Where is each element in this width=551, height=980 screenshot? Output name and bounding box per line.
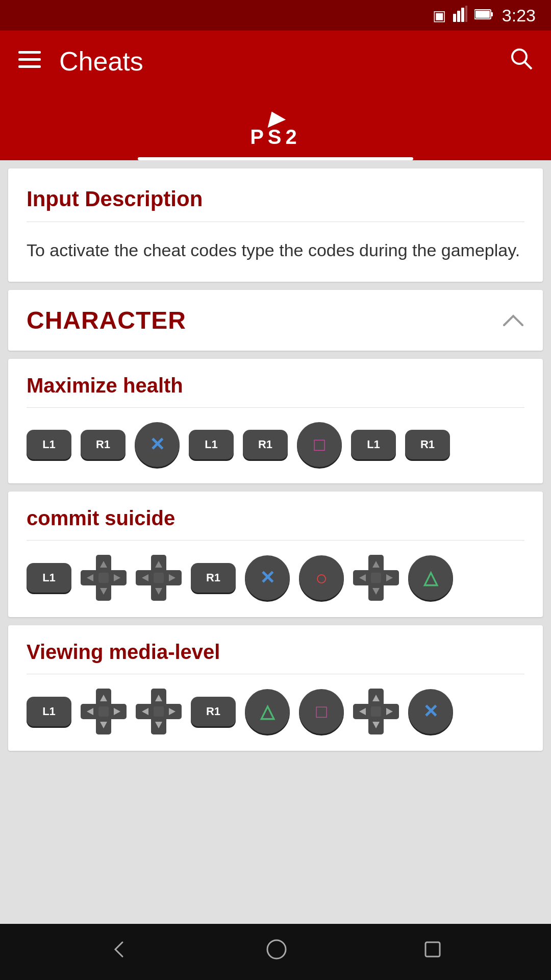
svg-rect-5 — [491, 12, 493, 16]
status-icons: ▣ — [433, 6, 493, 26]
ps2-logo: ▶ PS2 — [235, 102, 316, 157]
menu-button[interactable] — [18, 51, 41, 72]
vm-button-dpad2 — [136, 689, 182, 734]
svg-rect-37 — [98, 706, 109, 717]
cs-button-dpad2 — [136, 555, 182, 601]
button-l1-3: L1 — [351, 430, 396, 459]
chevron-up-icon — [502, 309, 524, 332]
button-r1: R1 — [81, 430, 126, 459]
cs-button-dpad3 — [353, 555, 399, 601]
vm-button-square: □ — [299, 689, 344, 734]
button-square: □ — [297, 422, 342, 467]
svg-rect-2 — [461, 8, 464, 22]
signal-icon — [453, 6, 467, 26]
cheat-commit-suicide: commit suicide L1 — [8, 492, 543, 617]
app-bar: Cheats — [0, 31, 551, 92]
status-time: 3:23 — [502, 6, 536, 26]
character-section-header[interactable]: CHARACTER — [8, 290, 543, 351]
svg-rect-30 — [371, 573, 381, 583]
character-section-title: CHARACTER — [27, 306, 502, 334]
cs-button-triangle: △ — [408, 555, 453, 600]
svg-rect-57 — [425, 942, 440, 957]
svg-point-10 — [512, 50, 527, 64]
svg-rect-51 — [371, 706, 381, 717]
cheat-viewing-media-title: Viewing media-level — [8, 625, 543, 674]
svg-rect-3 — [465, 6, 467, 22]
button-l1: L1 — [27, 430, 71, 459]
vm-button-dpad3 — [353, 689, 399, 734]
vibrate-icon: ▣ — [433, 7, 446, 24]
button-l1-2: L1 — [189, 430, 234, 459]
input-description-title: Input Description — [8, 168, 543, 222]
nav-bar — [0, 924, 551, 980]
cheat-commit-suicide-buttons: L1 — [8, 541, 543, 617]
button-r1-2: R1 — [243, 430, 288, 459]
svg-rect-6 — [475, 11, 490, 18]
svg-rect-23 — [154, 573, 164, 583]
nav-home-button[interactable] — [265, 938, 288, 966]
cheat-commit-suicide-title: commit suicide — [8, 492, 543, 540]
cheat-maximize-health-title: Maximize health — [8, 359, 543, 407]
page-title: Cheats — [59, 46, 510, 77]
status-bar: ▣ 3:23 — [0, 0, 551, 31]
svg-rect-16 — [98, 573, 109, 583]
vm-button-l1: L1 — [27, 697, 71, 726]
cs-button-dpad1 — [81, 555, 127, 601]
content-area: Input Description To activate the cheat … — [0, 160, 551, 924]
svg-rect-7 — [18, 51, 41, 54]
vm-button-x: ✕ — [408, 689, 453, 734]
cheat-maximize-health: Maximize health L1 R1 ✕ L1 R1 □ L1 R1 — [8, 359, 543, 483]
vm-button-r1: R1 — [191, 697, 236, 726]
cheat-maximize-health-buttons: L1 R1 ✕ L1 R1 □ L1 R1 — [8, 408, 543, 483]
ps-logo-svg: ▶ PS2 — [235, 102, 316, 148]
nav-recents-button[interactable] — [422, 939, 443, 965]
logo-area: ▶ PS2 — [0, 92, 551, 160]
svg-point-56 — [267, 940, 286, 959]
vm-button-triangle: △ — [245, 689, 290, 734]
battery-icon — [474, 7, 493, 23]
svg-rect-44 — [154, 706, 164, 717]
cs-button-r1: R1 — [191, 563, 236, 593]
button-r1-3: R1 — [405, 430, 450, 459]
svg-line-11 — [524, 62, 532, 69]
vm-button-dpad1 — [81, 689, 127, 734]
input-description-body: To activate the cheat codes type the cod… — [8, 222, 543, 282]
button-x: ✕ — [135, 422, 180, 467]
svg-rect-8 — [18, 58, 41, 61]
cs-button-x: ✕ — [245, 555, 290, 600]
svg-text:PS2: PS2 — [250, 126, 301, 148]
cheat-viewing-media: Viewing media-level L1 — [8, 625, 543, 751]
nav-back-button[interactable] — [108, 938, 131, 966]
svg-rect-1 — [457, 11, 460, 22]
svg-rect-0 — [453, 14, 456, 22]
svg-rect-9 — [18, 65, 41, 68]
cs-button-circle: ○ — [299, 555, 344, 600]
cheat-viewing-media-buttons: L1 — [8, 674, 543, 751]
cs-button-l1: L1 — [27, 563, 71, 593]
input-description-card: Input Description To activate the cheat … — [8, 168, 543, 282]
search-button[interactable] — [510, 47, 533, 75]
